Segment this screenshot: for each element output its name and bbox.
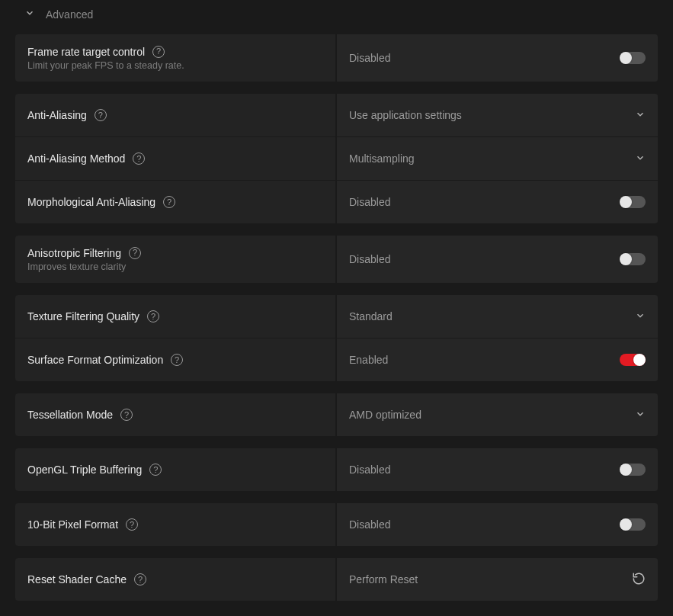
ogl-triple-toggle[interactable] — [620, 464, 646, 476]
value-cell: Disabled — [335, 448, 658, 491]
label-cell: Anti-Aliasing ? — [15, 94, 335, 136]
anti-aliasing-dropdown[interactable]: Use application settings — [335, 94, 658, 136]
chevron-down-icon — [635, 152, 646, 165]
texture-quality-dropdown[interactable]: Standard — [335, 295, 658, 338]
frame-rate-toggle[interactable] — [620, 52, 646, 64]
value-text: Disabled — [349, 518, 390, 531]
row-surface-opt: Surface Format Optimization ? Enabled — [15, 338, 658, 381]
label-cell: Morphological Anti-Aliasing ? — [15, 181, 335, 223]
label-text: Reset Shader Cache — [27, 573, 127, 586]
label-cell: Tessellation Mode ? — [15, 393, 335, 436]
label-text: Morphological Anti-Aliasing — [27, 196, 155, 208]
row-aa-method: Anti-Aliasing Method ? Multisampling — [15, 137, 658, 181]
row-texture-quality: Texture Filtering Quality ? Standard — [15, 295, 658, 338]
reset-icon — [632, 572, 646, 588]
row-ogl-triple: OpenGL Triple Buffering ? Disabled — [15, 448, 658, 491]
row-anisotropic: Anisotropic Filtering ? Improves texture… — [15, 236, 658, 283]
label-cell: Reset Shader Cache ? — [15, 558, 335, 601]
label-cell: Texture Filtering Quality ? — [15, 295, 335, 338]
help-icon[interactable]: ? — [120, 409, 133, 421]
tenbit-toggle[interactable] — [620, 518, 646, 531]
label-cell: Frame rate target control ? Limit your p… — [15, 34, 335, 82]
label-text: Anisotropic Filtering — [27, 247, 121, 259]
label-sub: Limit your peak FPS to a steady rate. — [27, 60, 323, 71]
anisotropic-toggle[interactable] — [620, 253, 646, 265]
aa-method-dropdown[interactable]: Multisampling — [335, 137, 658, 180]
row-anti-aliasing: Anti-Aliasing ? Use application settings — [15, 94, 658, 137]
label-sub: Improves texture clarity — [27, 261, 323, 272]
label-text: 10-Bit Pixel Format — [27, 518, 118, 531]
label-text: Tessellation Mode — [27, 409, 113, 421]
label-text: Anti-Aliasing — [27, 109, 87, 121]
value-cell: Enabled — [335, 338, 658, 381]
help-icon[interactable]: ? — [95, 109, 107, 121]
chevron-down-icon — [24, 8, 35, 21]
label-cell: Anti-Aliasing Method ? — [15, 137, 335, 180]
help-icon[interactable]: ? — [134, 573, 146, 586]
help-icon[interactable]: ? — [149, 464, 162, 476]
row-frame-rate: Frame rate target control ? Limit your p… — [15, 34, 658, 82]
value-text: Disabled — [349, 196, 390, 208]
label-cell: Anisotropic Filtering ? Improves texture… — [15, 236, 335, 283]
value-text: Standard — [349, 310, 393, 322]
help-icon[interactable]: ? — [126, 518, 138, 531]
value-text: Disabled — [349, 253, 390, 265]
label-text: Surface Format Optimization — [27, 354, 163, 366]
surface-opt-toggle[interactable] — [620, 354, 646, 366]
value-cell: Disabled — [335, 34, 658, 82]
label-text: Texture Filtering Quality — [27, 310, 139, 322]
row-tessellation: Tessellation Mode ? AMD optimized — [15, 393, 658, 436]
value-cell: Disabled — [335, 503, 658, 546]
value-text: Use application settings — [349, 109, 462, 121]
chevron-down-icon — [635, 109, 646, 122]
help-icon[interactable]: ? — [152, 46, 165, 58]
row-tenbit: 10-Bit Pixel Format ? Disabled — [15, 503, 658, 546]
shader-reset-button[interactable]: Perform Reset — [335, 558, 658, 601]
value-text: AMD optimized — [349, 409, 421, 421]
value-text: Disabled — [349, 52, 390, 64]
section-title: Advanced — [46, 8, 93, 21]
label-text: Anti-Aliasing Method — [27, 152, 125, 165]
value-text: Multisampling — [349, 152, 415, 165]
value-cell: Disabled — [335, 236, 658, 283]
chevron-down-icon — [635, 409, 646, 422]
help-icon[interactable]: ? — [163, 196, 175, 208]
value-text: Disabled — [349, 464, 390, 476]
help-icon[interactable]: ? — [129, 247, 141, 259]
label-cell: OpenGL Triple Buffering ? — [15, 448, 335, 491]
morph-aa-toggle[interactable] — [620, 196, 646, 208]
value-text: Enabled — [349, 354, 388, 366]
label-cell: Surface Format Optimization ? — [15, 338, 335, 381]
value-cell: Disabled — [335, 181, 658, 223]
label-text: OpenGL Triple Buffering — [27, 464, 142, 476]
tessellation-dropdown[interactable]: AMD optimized — [335, 393, 658, 436]
label-text: Frame rate target control — [27, 46, 145, 58]
chevron-down-icon — [635, 310, 646, 323]
value-text: Perform Reset — [349, 573, 418, 586]
row-morph-aa: Morphological Anti-Aliasing ? Disabled — [15, 181, 658, 223]
help-icon[interactable]: ? — [147, 310, 159, 322]
label-cell: 10-Bit Pixel Format ? — [15, 503, 335, 546]
row-shader-cache: Reset Shader Cache ? Perform Reset — [15, 558, 658, 601]
advanced-section-header[interactable]: Advanced — [15, 0, 658, 34]
help-icon[interactable]: ? — [171, 354, 183, 366]
help-icon[interactable]: ? — [133, 152, 145, 165]
